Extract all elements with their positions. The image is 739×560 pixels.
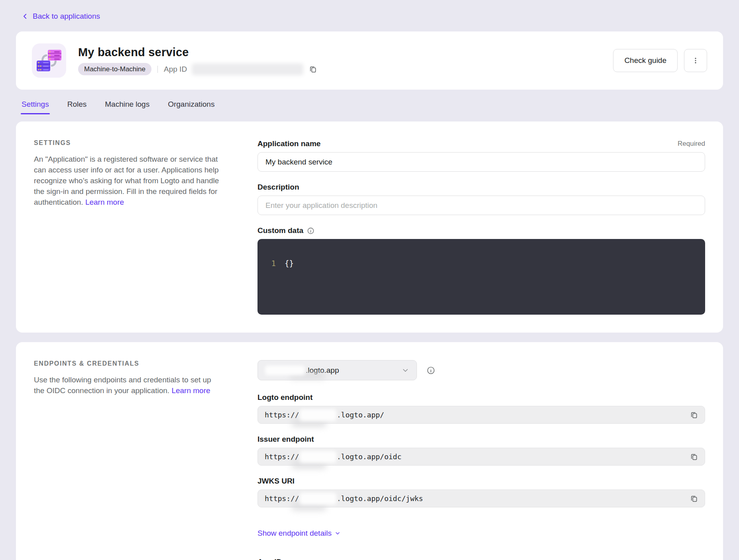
settings-form: Application name Required Description Cu… xyxy=(257,139,705,315)
show-details-label: Show endpoint details xyxy=(257,529,332,538)
app-id-field-label: App ID xyxy=(257,558,282,560)
show-endpoint-details-link[interactable]: Show endpoint details xyxy=(257,529,341,538)
endpoint-prefix: https:// xyxy=(265,411,299,419)
endpoint-redacted-tenant xyxy=(300,409,336,421)
domain-redacted-prefix xyxy=(265,366,305,375)
back-to-applications-link[interactable]: Back to applications xyxy=(22,12,100,21)
back-link-label: Back to applications xyxy=(33,12,100,21)
tab-organizations[interactable]: Organizations xyxy=(168,100,214,109)
issuer-endpoint-label: Issuer endpoint xyxy=(257,435,314,444)
jwks-uri-value-field[interactable]: https://.logto.app/oidc/jwks xyxy=(257,490,705,507)
endpoints-section-description: Use the following endpoints and credenti… xyxy=(34,374,223,396)
copy-icon[interactable] xyxy=(690,411,698,419)
app-type-badge: Machine-to-Machine xyxy=(78,63,151,75)
domain-select-value: .logto.app xyxy=(306,366,339,375)
copy-icon[interactable] xyxy=(309,65,317,73)
endpoints-credentials-card: ENDPOINTS & CREDENTIALS Use the followin… xyxy=(16,342,723,560)
copy-icon[interactable] xyxy=(690,495,698,503)
more-options-button[interactable] xyxy=(684,49,707,72)
endpoint-suffix: .logto.app/ xyxy=(337,411,384,419)
endpoint-suffix: .logto.app/oidc/jwks xyxy=(337,494,423,503)
settings-section-intro: SETTINGS An "Application" is a registere… xyxy=(34,139,223,208)
app-header-info: My backend service Machine-to-Machine Ap… xyxy=(78,46,317,75)
logto-endpoint-value-field[interactable]: https://.logto.app/ xyxy=(257,406,705,424)
description-field-group: Description xyxy=(257,183,705,215)
tab-roles[interactable]: Roles xyxy=(67,100,87,109)
application-details-page: Back to applications xyxy=(0,0,739,560)
domain-select[interactable]: .logto.app xyxy=(257,360,417,380)
logto-endpoint-group: Logto endpoint https://.logto.app/ xyxy=(257,393,705,424)
settings-card: SETTINGS An "Application" is a registere… xyxy=(16,121,723,333)
custom-data-label: Custom data xyxy=(257,226,303,235)
settings-description-text: An "Application" is a registered softwar… xyxy=(34,155,219,206)
check-guide-button[interactable]: Check guide xyxy=(613,49,678,72)
custom-data-code-editor[interactable]: 1 {} xyxy=(257,239,705,315)
description-label: Description xyxy=(257,183,299,192)
endpoints-learn-more-link[interactable]: Learn more xyxy=(171,386,210,395)
meta-divider xyxy=(157,66,158,73)
settings-section-title: SETTINGS xyxy=(34,139,223,147)
app-meta-row: Machine-to-Machine App ID xyxy=(78,63,317,75)
issuer-endpoint-value-field[interactable]: https://.logto.app/oidc xyxy=(257,448,705,466)
kebab-menu-icon xyxy=(692,57,700,65)
machine-to-machine-app-icon xyxy=(32,43,66,78)
endpoint-redacted-tenant xyxy=(300,493,336,505)
editor-code-content: {} xyxy=(285,259,294,268)
jwks-uri-group: JWKS URI https://.logto.app/oidc/jwks xyxy=(257,477,705,507)
chevron-left-icon xyxy=(22,13,29,20)
app-header-card: My backend service Machine-to-Machine Ap… xyxy=(16,31,723,90)
tab-machine-logs[interactable]: Machine logs xyxy=(105,100,149,109)
editor-line-number: 1 xyxy=(267,259,276,268)
jwks-uri-label: JWKS URI xyxy=(257,477,295,486)
tab-bar: Settings Roles Machine logs Organization… xyxy=(22,100,723,115)
application-name-label: Application name xyxy=(257,139,320,148)
logto-endpoint-label: Logto endpoint xyxy=(257,393,313,402)
endpoint-prefix: https:// xyxy=(265,494,299,503)
info-icon[interactable] xyxy=(307,227,314,235)
copy-icon[interactable] xyxy=(690,453,698,461)
custom-data-field-group: Custom data 1 {} xyxy=(257,226,705,315)
settings-section-description: An "Application" is a registered softwar… xyxy=(34,154,223,208)
info-icon[interactable] xyxy=(426,366,435,375)
endpoint-redacted-tenant xyxy=(300,451,336,463)
page-title: My backend service xyxy=(78,46,317,59)
header-actions: Check guide xyxy=(613,49,707,72)
issuer-endpoint-group: Issuer endpoint https://.logto.app/oidc xyxy=(257,435,705,466)
back-row: Back to applications xyxy=(16,0,723,22)
application-name-field-group: Application name Required xyxy=(257,139,705,172)
endpoints-form: .logto.app Logto endpoint https://.logto… xyxy=(257,360,705,560)
endpoint-suffix: .logto.app/oidc xyxy=(337,452,402,461)
domain-select-row: .logto.app xyxy=(257,360,705,380)
tab-settings[interactable]: Settings xyxy=(22,100,49,109)
endpoints-section-intro: ENDPOINTS & CREDENTIALS Use the followin… xyxy=(34,360,223,396)
settings-learn-more-link[interactable]: Learn more xyxy=(85,198,124,206)
app-id-redacted-value xyxy=(192,63,303,75)
required-tag: Required xyxy=(678,140,705,148)
chevron-down-icon xyxy=(334,530,341,537)
endpoints-section-title: ENDPOINTS & CREDENTIALS xyxy=(34,360,223,367)
chevron-down-icon xyxy=(401,366,409,374)
app-id-label: App ID xyxy=(164,65,187,74)
application-name-input[interactable] xyxy=(257,152,705,172)
app-id-group: App ID xyxy=(257,558,705,560)
description-input[interactable] xyxy=(257,196,705,215)
endpoint-prefix: https:// xyxy=(265,452,299,461)
